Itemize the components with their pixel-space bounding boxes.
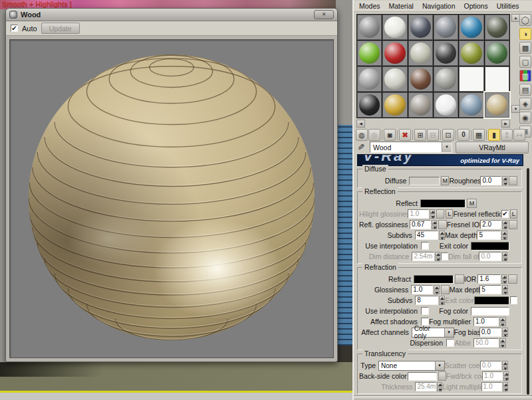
sample-slot[interactable] [459, 92, 483, 118]
sample-slot[interactable] [357, 41, 382, 66]
sample-slot[interactable] [459, 15, 483, 40]
material-name-combobox[interactable]: Wood ▼ [370, 142, 452, 153]
abbe-spin-down-icon[interactable] [499, 344, 506, 348]
material-id-channel-icon[interactable]: 0 [458, 129, 469, 141]
backlight-icon[interactable]: ◑ [519, 28, 531, 40]
refr-subdivs-spinner[interactable] [439, 296, 445, 305]
diffuse-map-button[interactable]: M [441, 176, 450, 185]
menu-navigation[interactable]: Navigation [422, 2, 456, 10]
ior-field[interactable]: 1.6 [477, 274, 500, 284]
put-to-library-icon[interactable]: ⊡ [442, 129, 454, 141]
ior-spinner[interactable] [501, 274, 507, 284]
fog-multiplier-field[interactable]: 1.0 [473, 317, 499, 326]
light-multiplier-spin-down-icon[interactable] [503, 387, 508, 392]
refl-max-depth-field[interactable]: 5 [477, 231, 500, 240]
refl-subdivs-spinner[interactable] [439, 231, 445, 240]
hilight-glossiness-spin-up-icon[interactable] [430, 209, 435, 214]
refr-max-depth-spin-up-icon[interactable] [502, 285, 507, 290]
window-titlebar[interactable]: Wood ✕ [6, 9, 337, 21]
refl-glossiness-field[interactable]: 0.67 [410, 220, 431, 229]
menu-material[interactable]: Material [389, 2, 414, 10]
scatter-coeff-spin-down-icon[interactable] [502, 366, 507, 371]
hilight-glossiness-lock-button[interactable]: L [446, 209, 453, 219]
fwd-bck-coeff-spin-down-icon[interactable] [503, 377, 509, 381]
fog-bias-spin-up-icon[interactable] [502, 328, 508, 332]
sample-slot[interactable] [434, 15, 458, 40]
roughness-field[interactable]: 0.0 [480, 176, 501, 185]
reset-map-mtl-icon[interactable]: ✖ [399, 129, 411, 141]
show-shaded-in-viewport-icon[interactable]: ▦ [473, 129, 485, 141]
fwd-bck-coeff-spin-up-icon[interactable] [503, 371, 509, 376]
refl-subdivs-spin-up-icon[interactable] [439, 231, 445, 235]
go-forward-to-sibling-icon[interactable]: ↦ [513, 129, 525, 141]
refr-exit-color-swatch[interactable] [474, 296, 509, 305]
sample-slot[interactable] [434, 66, 458, 92]
pick-material-icon[interactable]: ✎ [356, 142, 366, 152]
fresnel-ior-spin-down-icon[interactable] [502, 225, 507, 230]
ior-map-button[interactable] [508, 274, 517, 284]
fresnel-reflections-checkbox[interactable]: ✔ [501, 210, 508, 218]
sample-slot[interactable] [408, 15, 433, 40]
put-material-to-scene-icon[interactable]: ◎ [368, 129, 380, 141]
roughness-map-button[interactable] [509, 176, 517, 185]
update-button[interactable]: Update [41, 23, 80, 34]
dim-distance-on-checkbox[interactable] [441, 252, 448, 260]
get-material-icon[interactable]: ◍ [356, 129, 368, 141]
scatter-coeff-spinner[interactable] [502, 361, 507, 370]
dim-fall-off-spin-up-icon[interactable] [502, 252, 508, 256]
hilight-glossiness-field[interactable]: 1.0 [408, 209, 428, 219]
make-material-copy-icon[interactable]: ⊞ [414, 129, 426, 141]
sample-slot[interactable] [459, 41, 483, 66]
refl-glossiness-spinner[interactable] [432, 220, 437, 229]
refr-glossiness-spin-up-icon[interactable] [434, 285, 439, 290]
affect-channels-dropdown[interactable]: Color only▼ [412, 328, 454, 338]
dim-fall-off-field[interactable]: 0.0 [479, 252, 501, 261]
dim-fall-off-spinner[interactable] [502, 252, 508, 261]
sample-slot[interactable] [357, 92, 382, 118]
fog-bias-spin-down-icon[interactable] [502, 333, 508, 338]
refr-subdivs-field[interactable]: 8 [415, 296, 438, 305]
scatter-coeff-field[interactable]: 0.0 [480, 361, 502, 370]
show-end-result-icon[interactable]: ▮ [488, 129, 500, 141]
make-unique-icon[interactable]: ⊟ [427, 129, 439, 141]
refr-glossiness-spin-down-icon[interactable] [434, 290, 439, 295]
refl-use-interpolation-checkbox[interactable] [421, 242, 429, 250]
background-icon[interactable]: ▩ [519, 42, 531, 54]
fresnel-ior-field[interactable]: 2.0 [480, 220, 501, 229]
roughness-spinner[interactable] [502, 176, 507, 185]
params-scrollbar[interactable] [527, 168, 529, 395]
sample-slot[interactable] [382, 41, 407, 66]
abbe-spinner[interactable] [499, 338, 506, 348]
sample-slot[interactable] [382, 92, 407, 118]
refl-glossiness-map-button[interactable] [438, 220, 447, 229]
dim-distance-spin-down-icon[interactable] [435, 257, 441, 262]
hilight-glossiness-spin-down-icon[interactable] [430, 215, 435, 219]
dropdown-arrow-icon[interactable]: ▼ [444, 328, 454, 337]
hilight-glossiness-map-button[interactable] [436, 209, 444, 219]
refr-use-interpolation-checkbox[interactable] [421, 307, 429, 315]
material-class-button[interactable]: VRayMtl [456, 142, 529, 153]
dim-distance-spinner[interactable] [435, 252, 441, 261]
sample-slot[interactable] [357, 66, 382, 92]
sample-slot[interactable] [434, 92, 458, 118]
thickness-spin-up-icon[interactable] [437, 382, 442, 387]
fwd-bck-coeff-field[interactable]: 1.0 [482, 371, 503, 381]
sample-slot[interactable] [485, 66, 509, 92]
ior-spin-up-icon[interactable] [501, 274, 507, 279]
light-multiplier-field[interactable]: 1.0 [481, 382, 503, 391]
go-to-parent-icon[interactable]: ↥ [501, 129, 513, 141]
abbe-field[interactable]: 50.0 [473, 338, 499, 348]
dim-distance-field[interactable]: 2.54m [412, 252, 434, 261]
refract-map-button[interactable] [455, 274, 464, 284]
refr-subdivs-spin-down-icon[interactable] [439, 301, 445, 306]
fresnel-ior-map-button[interactable] [509, 220, 517, 229]
hilight-glossiness-spinner[interactable] [430, 209, 435, 219]
diffuse-color-swatch[interactable] [409, 177, 440, 185]
menu-modes[interactable]: Modes [359, 2, 380, 10]
refr-glossiness-spinner[interactable] [434, 285, 439, 294]
ior-spin-down-icon[interactable] [501, 280, 507, 284]
refr-max-depth-spinner[interactable] [502, 285, 507, 294]
palette-scroll-right-icon[interactable]: ▶ [501, 120, 510, 128]
menu-utilities[interactable]: Utilities [497, 2, 519, 10]
fog-bias-spinner[interactable] [502, 328, 508, 337]
